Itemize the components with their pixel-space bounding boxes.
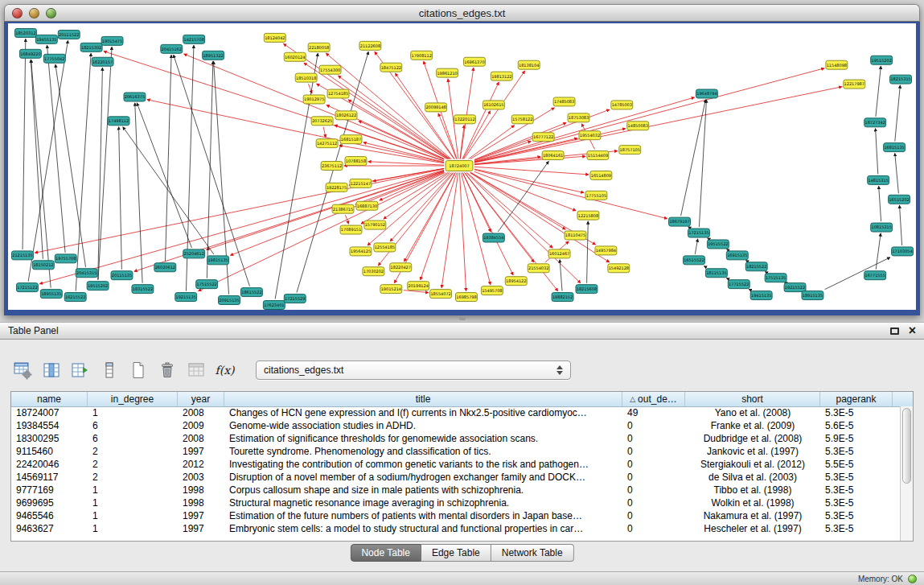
graph-edge[interactable] (361, 172, 448, 224)
graph-node[interactable]: 14850083 (627, 122, 649, 130)
table-row[interactable]: 969969511998Structural magnetic resonanc… (11, 496, 901, 509)
graph-edge[interactable] (688, 227, 690, 228)
table-row[interactable]: 1456911722003Disruption of a novel membe… (11, 471, 901, 484)
graph-node[interactable]: 15495708 (481, 286, 503, 295)
graph-edge[interactable] (368, 162, 444, 165)
graph-node[interactable]: 19228175 (326, 183, 347, 192)
graph-node[interactable]: 18679197 (669, 217, 691, 226)
column-header-year[interactable]: year (178, 392, 224, 406)
memory-indicator[interactable] (908, 575, 917, 583)
graph-edge[interactable] (459, 172, 466, 290)
graph-node[interactable]: 16887130 (356, 201, 378, 210)
graph-node[interactable]: 17498112 (108, 117, 129, 126)
graph-node[interactable]: 26020612 (154, 263, 176, 272)
graph-edge[interactable] (462, 172, 513, 274)
graph-edge[interactable] (876, 129, 878, 175)
graph-node[interactable]: 12215808 (577, 211, 599, 220)
graph-node[interactable]: 18554072 (430, 290, 452, 299)
minimize-window-button[interactable] (29, 8, 39, 19)
table-row[interactable]: 1830029562008Estimation of significance … (11, 432, 901, 445)
graph-edge[interactable] (765, 272, 766, 273)
graph-node[interactable]: 20115135 (111, 271, 133, 280)
function-builder-button[interactable]: f(x) (214, 360, 236, 381)
graph-node[interactable]: 18215522 (745, 262, 767, 271)
graph-node[interactable]: 18064161 (542, 151, 564, 160)
graph-node[interactable]: 19515202 (87, 282, 109, 290)
graph-edge[interactable] (708, 238, 709, 239)
graph-edge[interactable] (895, 154, 899, 194)
graph-node[interactable]: 19012975 (303, 95, 325, 104)
graph-node[interactable]: 19861210 (437, 68, 458, 77)
tab-edge-table[interactable]: Edge Table (421, 544, 491, 562)
graph-node[interactable]: 22180058 (308, 43, 330, 51)
graph-node[interactable]: 18220427 (390, 263, 412, 272)
graph-node[interactable]: 16515522 (684, 256, 705, 265)
table-row[interactable]: 1872400712008Changes of HCN gene express… (11, 406, 901, 419)
window-titlebar[interactable]: citations_edges.txt (4, 4, 920, 22)
graph-node[interactable]: 19648794 (696, 89, 717, 98)
graph-edge[interactable] (749, 289, 751, 290)
graph-node[interactable]: 25204612 (183, 249, 205, 258)
graph-node[interactable]: 19755708 (55, 254, 76, 263)
graph-node[interactable]: 19015214 (380, 285, 402, 294)
float-panel-icon[interactable] (890, 328, 899, 335)
graph-node[interactable]: 16815135 (884, 143, 906, 152)
graph-node[interactable]: 17755042 (43, 54, 65, 63)
graph-edge[interactable] (119, 127, 122, 270)
graph-node[interactable]: 17215122 (16, 283, 38, 292)
network-canvas[interactable]: 1872400718124042160201242218005818510318… (4, 22, 920, 315)
graph-node[interactable]: 20099148 (425, 103, 447, 112)
graph-node[interactable]: 16915135 (726, 251, 748, 260)
graph-node[interactable]: 19415135 (750, 291, 772, 300)
graph-node[interactable]: 16220157 (92, 57, 113, 66)
table-row[interactable]: 1938455462009Genome-wide association stu… (11, 419, 901, 432)
graph-node[interactable]: 17554300 (319, 65, 341, 74)
column-header-name[interactable]: name (11, 392, 88, 406)
table-select-combobox[interactable]: citations_edges.txt (256, 360, 571, 380)
graph-node[interactable]: 12754185 (327, 89, 349, 98)
graph-node[interactable]: 21554032 (528, 264, 549, 273)
graph-node[interactable]: 14815315 (868, 175, 889, 184)
graph-edge[interactable] (76, 53, 91, 290)
graph-edge[interactable] (275, 53, 318, 299)
table-row[interactable]: 2242004622012Investigating the contribut… (11, 458, 901, 471)
graph-node[interactable]: 18150212 (32, 261, 54, 270)
scrollbar-thumb[interactable] (902, 408, 911, 484)
graph-edge[interactable] (323, 127, 326, 138)
graph-edge[interactable] (876, 66, 881, 117)
graph-node[interactable]: 16815187 (340, 135, 362, 144)
graph-edge[interactable] (467, 172, 552, 247)
graph-node[interactable]: 13220112 (454, 115, 476, 124)
graph-edge[interactable] (460, 126, 464, 159)
graph-node[interactable]: 18510318 (295, 73, 317, 82)
column-header-in_degree[interactable]: in_degree (88, 392, 178, 406)
graph-node[interactable]: 18955135 (40, 290, 62, 299)
new-document-icon[interactable] (127, 360, 149, 381)
graph-edge[interactable] (726, 278, 729, 279)
graph-edge[interactable] (47, 45, 65, 253)
graph-edge[interactable] (474, 167, 589, 175)
graph-node[interactable]: 18315522 (132, 285, 154, 294)
graph-edge[interactable] (704, 266, 707, 268)
graph-node[interactable]: 17030202 (363, 267, 384, 276)
graph-edge[interactable] (166, 55, 172, 262)
graph-node[interactable]: 18124042 (264, 33, 285, 42)
graph-edge[interactable] (465, 172, 558, 290)
graph-node[interactable]: 18115135 (705, 269, 727, 278)
graph-node[interactable]: 19564125 (350, 247, 372, 256)
graph-node[interactable]: 14957984 (595, 246, 617, 255)
graph-edge[interactable] (879, 186, 881, 221)
graph-node[interactable]: 19554032 (579, 131, 601, 140)
graph-edge[interactable] (55, 64, 86, 267)
graph-node[interactable]: 15492128 (608, 264, 630, 273)
table-settings-icon[interactable] (11, 360, 33, 381)
graph-node[interactable]: 18615522 (240, 288, 262, 297)
graph-node[interactable]: 18475122 (380, 63, 402, 72)
graph-edge[interactable] (199, 172, 446, 290)
graph-edge[interactable] (474, 87, 842, 163)
table-panel-header[interactable]: Table Panel × (0, 322, 924, 340)
graph-edge[interactable] (123, 127, 214, 254)
graph-node[interactable]: 15790152 (364, 220, 386, 229)
graph-edge[interactable] (441, 172, 458, 287)
graph-node[interactable]: 18757105 (619, 146, 641, 154)
